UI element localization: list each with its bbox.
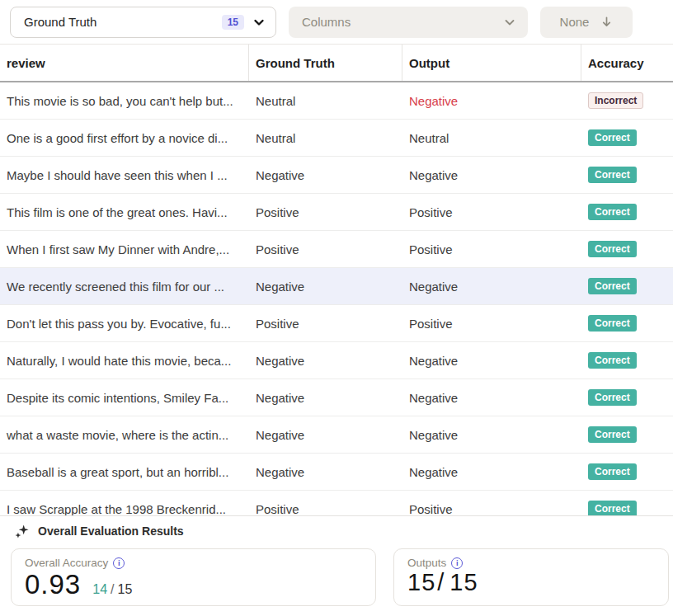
correct-badge: Correct bbox=[588, 352, 637, 369]
table-row[interactable]: This film is one of the great ones. Havi… bbox=[0, 194, 673, 231]
column-header-ground-truth[interactable]: Ground Truth bbox=[249, 45, 402, 81]
table-row[interactable]: When I first saw My Dinner with Andre,..… bbox=[0, 231, 673, 268]
arrow-down-icon bbox=[600, 16, 613, 28]
review-cell: We recently screened this film for our .… bbox=[0, 280, 249, 294]
results-header-bar: Overall Evaluation Results bbox=[0, 515, 673, 546]
review-cell: This movie is so bad, you can't help but… bbox=[0, 94, 249, 108]
summary-cards: Overall Accuracy i 0.93 14/15 Outputs i … bbox=[0, 546, 673, 606]
output-cell: Positive bbox=[402, 205, 581, 219]
ground-truth-cell: Negative bbox=[249, 280, 402, 294]
review-cell: Naturally, I would hate this movie, beca… bbox=[0, 354, 249, 368]
correct-badge: Correct bbox=[588, 315, 637, 332]
review-cell: Don't let this pass you by. Evocative, f… bbox=[0, 317, 249, 331]
table-row[interactable]: what a waste movie, where is the actin..… bbox=[0, 416, 673, 454]
review-cell: This film is one of the great ones. Havi… bbox=[0, 205, 249, 219]
info-icon[interactable]: i bbox=[451, 557, 463, 569]
review-cell: Despite its comic intentions, Smiley Fa.… bbox=[0, 391, 249, 405]
correct-badge: Correct bbox=[588, 463, 637, 480]
output-cell: Negative bbox=[402, 391, 581, 405]
table-row-selected[interactable]: We recently screened this film for our .… bbox=[0, 268, 673, 305]
accuracy-cell: Correct bbox=[581, 241, 673, 257]
correct-badge: Correct bbox=[588, 426, 637, 443]
correct-badge: Correct bbox=[588, 129, 637, 146]
review-cell: I saw Scrapple at the 1998 Breckenrid... bbox=[0, 502, 249, 516]
column-header-accuracy[interactable]: Accuracy bbox=[581, 45, 673, 81]
table-header-row: review Ground Truth Output Accuracy bbox=[0, 45, 673, 82]
column-header-review[interactable]: review bbox=[0, 45, 249, 81]
accuracy-cell: Correct bbox=[581, 389, 673, 406]
output-cell: Negative bbox=[402, 465, 581, 479]
ground-truth-cell: Neutral bbox=[249, 131, 402, 145]
correct-badge: Correct bbox=[588, 167, 637, 183]
review-cell: One is a good first effort by a novice d… bbox=[0, 131, 249, 145]
table-row[interactable]: This movie is so bad, you can't help but… bbox=[0, 82, 673, 120]
ground-truth-cell: Negative bbox=[249, 428, 402, 442]
outputs-total: 15 bbox=[449, 569, 478, 595]
columns-select-placeholder: Columns bbox=[302, 15, 351, 29]
total-count: 15 bbox=[117, 582, 132, 596]
table-row[interactable]: Don't let this pass you by. Evocative, f… bbox=[0, 305, 673, 342]
outputs-card: Outputs i 15/15 bbox=[393, 548, 669, 606]
correct-badge: Correct bbox=[588, 501, 637, 515]
ground-truth-select-label: Ground Truth bbox=[24, 15, 214, 29]
correct-badge: Correct bbox=[588, 389, 637, 406]
ground-truth-cell: Negative bbox=[249, 168, 402, 182]
evaluation-results-panel: Overall Evaluation Results Overall Accur… bbox=[0, 515, 673, 616]
table-row[interactable]: I saw Scrapple at the 1998 Breckenrid...… bbox=[0, 491, 673, 515]
chevron-down-icon bbox=[503, 16, 516, 29]
table-body: This movie is so bad, you can't help but… bbox=[0, 82, 673, 515]
output-cell: Negative bbox=[402, 354, 581, 368]
output-cell: Neutral bbox=[402, 131, 581, 145]
correct-badge: Correct bbox=[588, 204, 637, 220]
accuracy-cell: Correct bbox=[581, 129, 673, 146]
output-cell: Positive bbox=[402, 502, 581, 516]
review-cell: Maybe I should have seen this when I ... bbox=[0, 168, 249, 182]
toolbar: Ground Truth 15 Columns None bbox=[0, 0, 673, 45]
incorrect-badge: Incorrect bbox=[588, 92, 643, 109]
correct-count: 14 bbox=[92, 582, 107, 596]
ground-truth-select[interactable]: Ground Truth 15 bbox=[10, 7, 276, 38]
correct-badge: Correct bbox=[588, 278, 637, 294]
ground-truth-cell: Positive bbox=[249, 502, 402, 516]
review-cell: Baseball is a great sport, but an horrib… bbox=[0, 465, 249, 479]
output-cell: Positive bbox=[402, 242, 581, 256]
accuracy-cell: Correct bbox=[581, 315, 673, 332]
info-icon[interactable]: i bbox=[113, 557, 125, 569]
review-cell: what a waste movie, where is the actin..… bbox=[0, 428, 249, 442]
table-row[interactable]: One is a good first effort by a novice d… bbox=[0, 120, 673, 157]
outputs-value: 15/15 bbox=[407, 569, 478, 596]
output-cell: Negative bbox=[402, 94, 581, 108]
sort-none-button[interactable]: None bbox=[540, 7, 633, 38]
columns-select[interactable]: Columns bbox=[289, 7, 528, 38]
overall-accuracy-label: Overall Accuracy bbox=[25, 557, 108, 569]
ground-truth-cell: Positive bbox=[249, 317, 402, 331]
ground-truth-cell: Negative bbox=[249, 391, 402, 405]
accuracy-cell: Incorrect bbox=[581, 92, 673, 109]
row-count-badge: 15 bbox=[222, 15, 244, 30]
table-row[interactable]: Naturally, I would hate this movie, beca… bbox=[0, 342, 673, 379]
output-cell: Negative bbox=[402, 428, 581, 442]
sort-none-label: None bbox=[560, 15, 590, 29]
ground-truth-cell: Negative bbox=[249, 465, 402, 479]
ground-truth-cell: Positive bbox=[249, 205, 402, 219]
table-row[interactable]: Despite its comic intentions, Smiley Fa.… bbox=[0, 379, 673, 416]
accuracy-fraction: 14/15 bbox=[81, 582, 132, 597]
output-cell: Negative bbox=[402, 168, 581, 182]
results-header-title: Overall Evaluation Results bbox=[38, 524, 184, 538]
table-row[interactable]: Baseball is a great sport, but an horrib… bbox=[0, 454, 673, 491]
overall-accuracy-value: 0.93 bbox=[25, 569, 81, 600]
accuracy-cell: Correct bbox=[581, 278, 673, 294]
outputs-label: Outputs bbox=[407, 557, 446, 569]
accuracy-cell: Correct bbox=[581, 501, 673, 515]
accuracy-cell: Correct bbox=[581, 463, 673, 480]
ground-truth-cell: Positive bbox=[249, 242, 402, 256]
output-cell: Positive bbox=[402, 317, 581, 331]
accuracy-cell: Correct bbox=[581, 352, 673, 369]
accuracy-cell: Correct bbox=[581, 204, 673, 220]
table-row[interactable]: Maybe I should have seen this when I ...… bbox=[0, 157, 673, 194]
ground-truth-cell: Neutral bbox=[249, 94, 402, 108]
outputs-completed: 15 bbox=[407, 569, 435, 595]
correct-badge: Correct bbox=[588, 241, 637, 257]
ground-truth-cell: Negative bbox=[249, 354, 402, 368]
column-header-output[interactable]: Output bbox=[402, 45, 581, 81]
